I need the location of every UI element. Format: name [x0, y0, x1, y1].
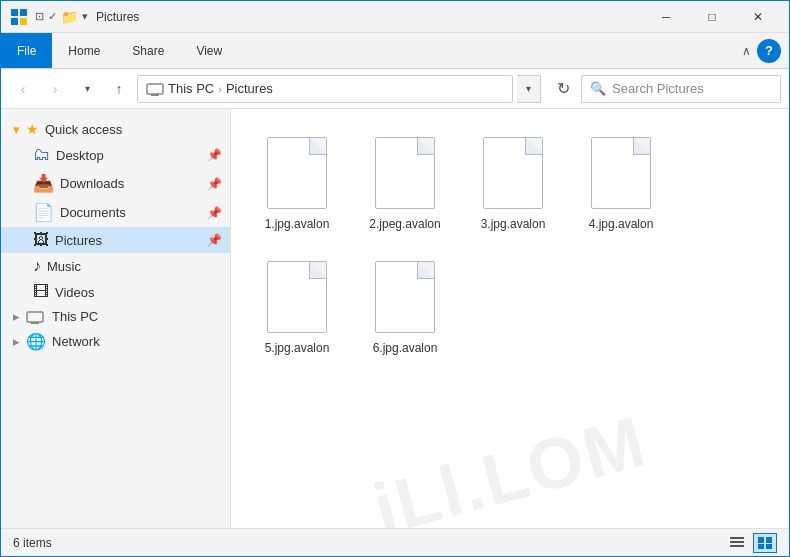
- pictures-folder-icon: 🖼: [33, 231, 49, 249]
- sidebar-item-pictures[interactable]: 🖼 Pictures 📌: [1, 227, 230, 253]
- thispc-label: This PC: [52, 309, 98, 324]
- sidebar-item-label: Downloads: [60, 176, 124, 191]
- maximize-button[interactable]: □: [689, 1, 735, 33]
- svg-rect-6: [27, 312, 43, 322]
- svg-rect-7: [31, 322, 39, 324]
- svg-rect-12: [766, 537, 772, 543]
- ribbon-collapse-icon[interactable]: ∧: [742, 44, 751, 58]
- main-layout: ▾ ★ Quick access 🗂 Desktop 📌 📥 Downloads…: [1, 109, 789, 530]
- path-separator-1: ›: [218, 83, 222, 95]
- svg-rect-8: [730, 537, 744, 539]
- status-bar: 6 items: [1, 528, 789, 556]
- pin-icon: 📌: [207, 148, 222, 162]
- pin-icon: 📌: [207, 233, 222, 247]
- file-name: 1.jpg.avalon: [265, 217, 330, 233]
- list-item[interactable]: 6.jpg.avalon: [355, 249, 455, 365]
- details-view-button[interactable]: [725, 533, 749, 553]
- pin-icon: 📌: [207, 206, 222, 220]
- quick-access-label: Quick access: [45, 122, 122, 137]
- address-dropdown[interactable]: ▾: [517, 75, 541, 103]
- sidebar-item-downloads[interactable]: 📥 Downloads 📌: [1, 169, 230, 198]
- search-placeholder: Search Pictures: [612, 81, 704, 96]
- up-button[interactable]: ↑: [105, 75, 133, 103]
- list-item[interactable]: 3.jpg.avalon: [463, 125, 563, 241]
- sidebar-item-desktop[interactable]: 🗂 Desktop 📌: [1, 141, 230, 169]
- chevron-right-icon: ▸: [13, 309, 20, 324]
- address-bar: ‹ › ▾ ↑ This PC › Pictures ▾ ↻ 🔍 Search …: [1, 69, 789, 109]
- file-name: 4.jpg.avalon: [589, 217, 654, 233]
- sidebar-item-label: Desktop: [56, 148, 104, 163]
- details-view-icon: [729, 536, 745, 550]
- search-icon: 🔍: [590, 81, 606, 96]
- sidebar-item-network[interactable]: ▸ 🌐 Network: [1, 328, 230, 355]
- thispc-icon: [146, 82, 164, 96]
- svg-rect-1: [20, 9, 27, 16]
- music-icon: ♪: [33, 257, 41, 275]
- quick-access-toolbar: ⊡ ✓ 📁 ▾: [35, 9, 88, 25]
- sidebar-item-label: Videos: [55, 285, 95, 300]
- large-icons-icon: [757, 536, 773, 550]
- file-icon-container: [369, 257, 441, 337]
- content-area: 1.jpg.avalon 2.jpeg.avalon 3.jpg.avalon: [231, 109, 789, 530]
- network-label: Network: [52, 334, 100, 349]
- recent-locations-button[interactable]: ▾: [73, 75, 101, 103]
- file-name: 2.jpeg.avalon: [369, 217, 440, 233]
- large-icons-button[interactable]: [753, 533, 777, 553]
- tab-file[interactable]: File: [1, 33, 52, 68]
- item-count: 6 items: [13, 536, 52, 550]
- forward-button[interactable]: ›: [41, 75, 69, 103]
- refresh-button[interactable]: ↻: [549, 75, 577, 103]
- tab-view[interactable]: View: [180, 33, 238, 68]
- file-icon-container: [369, 133, 441, 213]
- svg-rect-13: [758, 544, 764, 549]
- sidebar: ▾ ★ Quick access 🗂 Desktop 📌 📥 Downloads…: [1, 109, 231, 530]
- file-icon-container: [585, 133, 657, 213]
- window-controls: ─ □ ✕: [643, 1, 781, 33]
- svg-rect-5: [151, 94, 159, 96]
- tab-share[interactable]: Share: [116, 33, 180, 68]
- file-name: 3.jpg.avalon: [481, 217, 546, 233]
- files-grid: 1.jpg.avalon 2.jpeg.avalon 3.jpg.avalon: [247, 125, 773, 364]
- minimize-button[interactable]: ─: [643, 1, 689, 33]
- help-button[interactable]: ?: [757, 39, 781, 63]
- videos-icon: 🎞: [33, 283, 49, 301]
- pin-icon: 📌: [207, 177, 222, 191]
- sidebar-item-music[interactable]: ♪ Music: [1, 253, 230, 279]
- back-button[interactable]: ‹: [9, 75, 37, 103]
- file-name: 6.jpg.avalon: [373, 341, 438, 357]
- ribbon-right: ∧ ?: [742, 33, 789, 68]
- file-icon-container: [477, 133, 549, 213]
- search-box[interactable]: 🔍 Search Pictures: [581, 75, 781, 103]
- close-button[interactable]: ✕: [735, 1, 781, 33]
- list-item[interactable]: 2.jpeg.avalon: [355, 125, 455, 241]
- file-icon: [375, 137, 435, 209]
- view-controls: [725, 533, 777, 553]
- sidebar-item-videos[interactable]: 🎞 Videos: [1, 279, 230, 305]
- file-icon: [375, 261, 435, 333]
- network-icon: 🌐: [26, 332, 46, 351]
- file-icon: [483, 137, 543, 209]
- app-icon: [9, 7, 29, 27]
- svg-rect-3: [20, 18, 27, 25]
- thispc-sidebar-icon: [26, 310, 44, 324]
- sidebar-item-thispc[interactable]: ▸ This PC: [1, 305, 230, 328]
- list-item[interactable]: 4.jpg.avalon: [571, 125, 671, 241]
- file-icon-container: [261, 133, 333, 213]
- file-icon: [267, 137, 327, 209]
- chevron-right-icon-network: ▸: [13, 334, 20, 349]
- tab-home[interactable]: Home: [52, 33, 116, 68]
- svg-rect-11: [758, 537, 764, 543]
- svg-rect-14: [766, 544, 772, 549]
- address-path[interactable]: This PC › Pictures: [137, 75, 513, 103]
- sidebar-item-documents[interactable]: 📄 Documents 📌: [1, 198, 230, 227]
- svg-rect-2: [11, 18, 18, 25]
- svg-rect-4: [147, 84, 163, 94]
- path-pictures: Pictures: [226, 81, 273, 96]
- sidebar-item-quick-access[interactable]: ▾ ★ Quick access: [1, 117, 230, 141]
- file-name: 5.jpg.avalon: [265, 341, 330, 357]
- list-item[interactable]: 5.jpg.avalon: [247, 249, 347, 365]
- ribbon: File Home Share View ∧ ?: [1, 33, 789, 69]
- file-icon: [591, 137, 651, 209]
- list-item[interactable]: 1.jpg.avalon: [247, 125, 347, 241]
- desktop-folder-icon: 🗂: [33, 145, 50, 165]
